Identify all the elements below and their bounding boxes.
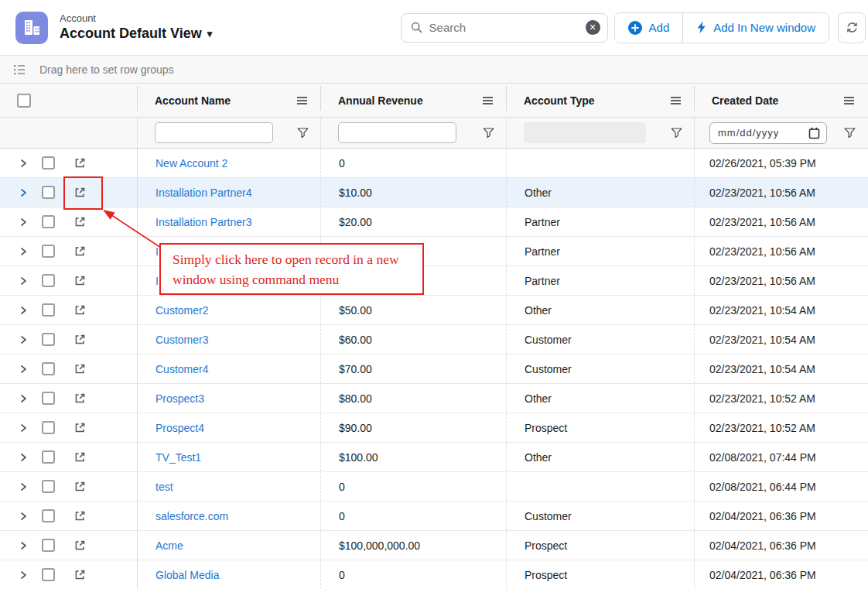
column-header-type[interactable]: Account Type [507, 84, 695, 117]
table-row[interactable]: Prospect3 $80.00 Other 02/23/2021, 10:52… [0, 384, 868, 413]
row-checkbox[interactable] [42, 245, 55, 258]
row-checkbox[interactable] [42, 509, 55, 522]
expand-chevron-icon[interactable] [20, 188, 27, 197]
open-in-new-window-icon[interactable] [73, 362, 87, 375]
created-date-filter-input[interactable]: mm/dd/yyyy [709, 122, 827, 144]
open-in-new-window-icon[interactable] [73, 392, 87, 405]
column-menu-icon[interactable] [482, 96, 494, 105]
open-in-new-window-icon[interactable] [73, 156, 87, 170]
add-in-new-window-button[interactable]: Add In New window [683, 13, 829, 43]
account-name-link[interactable]: Installation Partner4 [155, 187, 252, 199]
account-name-link[interactable]: Customer2 [155, 304, 208, 317]
table-row[interactable]: Customer3 $60.00 Customer 02/23/2021, 10… [0, 325, 868, 354]
open-in-new-window-icon[interactable] [73, 480, 87, 493]
account-name-link[interactable]: I [155, 275, 159, 287]
filter-funnel-icon[interactable] [483, 128, 494, 139]
open-in-new-window-icon[interactable] [73, 274, 87, 287]
refresh-button[interactable] [838, 12, 866, 43]
account-name-link[interactable]: TV_Test1 [155, 451, 201, 464]
account-name-link[interactable]: Customer4 [155, 363, 208, 375]
row-checkbox[interactable] [42, 392, 55, 405]
row-checkbox[interactable] [42, 450, 55, 464]
view-title-dropdown[interactable]: Account Default View ▾ [60, 25, 212, 43]
filter-funnel-icon[interactable] [844, 128, 856, 139]
table-row[interactable]: TV_Test1 $100.00 Other 02/08/2021, 07:44… [0, 443, 868, 472]
table-row[interactable]: test 0 02/08/2021, 06:44 PM [0, 472, 868, 502]
expand-chevron-icon[interactable] [20, 365, 27, 374]
search-input[interactable] [429, 21, 579, 34]
expand-chevron-icon[interactable] [20, 453, 27, 462]
column-menu-icon[interactable] [670, 96, 682, 105]
account-name-link[interactable]: New Account 2 [155, 157, 227, 170]
expand-chevron-icon[interactable] [20, 423, 27, 433]
table-row[interactable]: Customer4 $70.00 Customer 02/23/2021, 10… [0, 354, 868, 384]
expand-chevron-icon[interactable] [20, 482, 27, 491]
expand-chevron-icon[interactable] [20, 541, 27, 550]
open-in-new-window-icon[interactable] [73, 539, 87, 552]
table-row[interactable]: I Partner 02/23/2021, 10:56 AM [0, 266, 868, 296]
row-checkbox[interactable] [42, 362, 55, 375]
open-in-new-window-icon[interactable] [73, 450, 87, 464]
account-name-link[interactable]: Customer3 [155, 334, 208, 346]
table-row[interactable]: Installation Partner4 $10.00 Other 02/23… [0, 178, 868, 207]
table-row[interactable]: Prospect4 $90.00 Prospect 02/23/2021, 10… [0, 413, 868, 443]
filter-funnel-icon[interactable] [297, 128, 309, 139]
table-row[interactable]: New Account 2 0 02/26/2021, 05:39 PM [0, 149, 868, 178]
account-name-filter-input[interactable] [155, 122, 273, 143]
open-in-new-window-icon[interactable] [73, 568, 87, 581]
expand-chevron-icon[interactable] [20, 159, 27, 168]
expand-chevron-icon[interactable] [20, 247, 27, 256]
column-menu-icon[interactable] [296, 96, 308, 105]
table-row[interactable]: Global Media 0 Prospect 02/04/2021, 06:3… [0, 560, 868, 589]
expand-chevron-icon[interactable] [20, 276, 27, 286]
expand-chevron-icon[interactable] [20, 306, 27, 315]
table-row[interactable]: salesforce.com 0 Customer 02/04/2021, 06… [0, 502, 868, 531]
row-groups-drop-zone[interactable]: Drag here to set row groups [0, 56, 868, 84]
column-menu-icon[interactable] [843, 96, 855, 105]
annual-revenue-filter-input[interactable] [338, 122, 456, 143]
open-in-new-window-icon[interactable] [73, 215, 87, 228]
filter-funnel-icon[interactable] [671, 128, 682, 139]
open-in-new-window-icon[interactable] [73, 245, 87, 258]
account-name-link[interactable]: Installation Partner3 [155, 216, 252, 228]
row-checkbox[interactable] [42, 215, 55, 228]
expand-chevron-icon[interactable] [20, 512, 27, 521]
open-in-new-window-icon[interactable] [73, 303, 87, 317]
row-checkbox[interactable] [42, 333, 55, 346]
expand-chevron-icon[interactable] [20, 335, 27, 344]
add-button[interactable]: Add [615, 13, 683, 43]
table-row[interactable]: I Partner 02/23/2021, 10:56 AM [0, 237, 868, 266]
account-name-link[interactable]: test [155, 481, 173, 493]
row-checkbox[interactable] [42, 421, 55, 434]
account-name-link[interactable]: salesforce.com [155, 510, 228, 522]
calendar-icon[interactable] [808, 127, 820, 139]
account-name-link[interactable]: Prospect3 [155, 392, 204, 405]
search-box[interactable]: ✕ [401, 13, 608, 43]
account-name-link[interactable]: Global Media [155, 569, 220, 581]
account-name-link[interactable]: Prospect4 [155, 422, 204, 434]
expand-chevron-icon[interactable] [20, 217, 27, 227]
open-in-new-window-icon[interactable] [73, 421, 87, 434]
column-header-date[interactable]: Created Date [695, 84, 868, 117]
row-checkbox[interactable] [42, 274, 55, 287]
account-name-link[interactable]: Acme [155, 539, 183, 552]
table-row[interactable]: Installation Partner3 $20.00 Partner 02/… [0, 207, 868, 237]
open-in-new-window-icon[interactable] [73, 186, 87, 199]
column-header-revenue[interactable]: Annual Revenue [321, 84, 507, 117]
row-checkbox[interactable] [42, 303, 55, 317]
row-checkbox[interactable] [42, 480, 55, 493]
table-row[interactable]: Customer2 $50.00 Other 02/23/2021, 10:54… [0, 296, 868, 325]
expand-chevron-icon[interactable] [20, 570, 27, 580]
row-checkbox[interactable] [42, 539, 55, 552]
row-checkbox[interactable] [42, 156, 55, 170]
row-checkbox[interactable] [42, 186, 55, 199]
open-in-new-window-icon[interactable] [73, 509, 87, 522]
account-name-link[interactable]: I [155, 245, 159, 258]
row-checkbox[interactable] [42, 568, 55, 581]
expand-chevron-icon[interactable] [20, 394, 27, 403]
column-header-name[interactable]: Account Name [138, 84, 321, 117]
select-all-checkbox[interactable] [17, 94, 31, 108]
clear-search-icon[interactable]: ✕ [586, 20, 600, 35]
table-row[interactable]: Acme $100,000,000.00 Prospect 02/04/2021… [0, 531, 868, 560]
open-in-new-window-icon[interactable] [73, 333, 87, 346]
